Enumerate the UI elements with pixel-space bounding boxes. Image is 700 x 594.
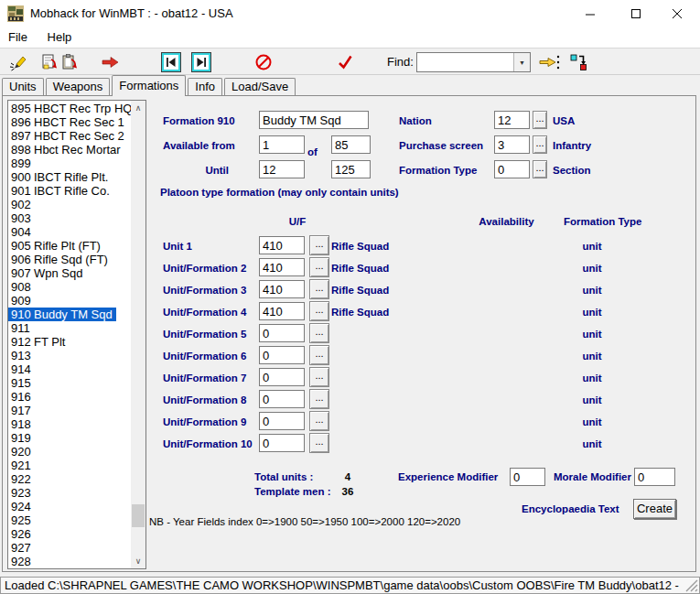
list-item[interactable]: 908: [8, 280, 130, 294]
list-item[interactable]: 904: [8, 225, 130, 239]
unit-id-input[interactable]: [259, 302, 305, 320]
menu-help[interactable]: Help: [39, 27, 81, 48]
paste-icon[interactable]: [60, 53, 79, 71]
previous-item-icon[interactable]: [161, 52, 181, 72]
tab-info[interactable]: Info: [188, 78, 222, 95]
list-item[interactable]: 914: [8, 362, 130, 376]
next-item-icon[interactable]: [191, 52, 211, 72]
list-item[interactable]: 911: [8, 321, 130, 335]
goto-hand-icon[interactable]: [539, 53, 561, 71]
find-combobox[interactable]: ▼: [416, 52, 531, 72]
list-item[interactable]: 897HBCT Rec Sec 2: [8, 129, 130, 143]
list-item[interactable]: 909: [8, 294, 130, 308]
minimize-button[interactable]: [569, 0, 611, 27]
scroll-down-icon[interactable]: ∨: [131, 554, 145, 568]
unit-id-input[interactable]: [259, 324, 305, 342]
formation-type-input[interactable]: [494, 160, 530, 178]
list-item[interactable]: 898Hbct Rec Mortar: [8, 143, 130, 157]
list-item[interactable]: 910Buddy TM Sqd: [8, 308, 130, 321]
unit-browse-button[interactable]: ...: [309, 389, 329, 409]
list-item[interactable]: 926: [8, 527, 130, 541]
list-item[interactable]: 924: [8, 500, 130, 513]
apply-check-icon[interactable]: [336, 53, 354, 71]
formation-listbox[interactable]: 895HBCT Rec Trp HQ896HBCT Rec Sec 1897HB…: [7, 100, 146, 569]
available-from-input[interactable]: [259, 135, 305, 154]
list-item[interactable]: 912FT Plt: [8, 335, 130, 349]
morale-modifier-input[interactable]: [634, 468, 675, 486]
unit-id-input[interactable]: [259, 368, 305, 386]
unit-id-input[interactable]: [259, 236, 305, 254]
title-bar: Mobhack for WinMBT : - obat12 - USA: [0, 0, 700, 27]
close-button[interactable]: [656, 0, 698, 27]
list-item[interactable]: 906Rifle Sqd (FT): [8, 253, 130, 266]
unit-browse-button[interactable]: ...: [309, 323, 329, 343]
unit-browse-button[interactable]: ...: [309, 279, 329, 299]
unit-id-input[interactable]: [259, 280, 305, 298]
find-input[interactable]: [418, 54, 515, 70]
list-item[interactable]: 927: [8, 541, 130, 555]
formation-type-browse-button[interactable]: ...: [533, 160, 547, 178]
tab-weapons[interactable]: Weapons: [46, 78, 111, 95]
scroll-up-icon[interactable]: ∧: [131, 101, 145, 115]
nation-browse-button[interactable]: ...: [533, 111, 547, 129]
experience-modifier-input[interactable]: [510, 468, 545, 486]
until-input[interactable]: [259, 160, 305, 178]
resize-grip-icon[interactable]: [685, 579, 698, 592]
unit-id-input[interactable]: [259, 434, 305, 452]
unit-browse-button[interactable]: ...: [309, 235, 329, 255]
tab-formations[interactable]: Formations: [112, 75, 186, 96]
purchase-screen-input[interactable]: [494, 135, 530, 154]
until-end-input[interactable]: [331, 160, 371, 178]
list-item[interactable]: 928: [8, 555, 130, 568]
formation-name-input[interactable]: [259, 111, 369, 129]
create-button[interactable]: Create: [633, 499, 676, 519]
unit-id-input[interactable]: [259, 412, 305, 430]
list-item[interactable]: 919: [8, 431, 130, 445]
unit-id-input[interactable]: [259, 346, 305, 364]
edit-icon[interactable]: [9, 53, 27, 71]
list-item[interactable]: 915: [8, 376, 130, 390]
list-item[interactable]: 925: [8, 513, 130, 527]
list-scrollbar[interactable]: ∧ ∨: [131, 101, 145, 568]
tab-units[interactable]: Units: [2, 78, 44, 95]
list-item[interactable]: 923: [8, 486, 130, 500]
copy-icon[interactable]: [40, 53, 59, 71]
unit-id-input[interactable]: [259, 390, 305, 408]
list-item[interactable]: 899: [8, 157, 130, 170]
nation-input[interactable]: [494, 111, 530, 129]
scrollbar-thumb[interactable]: [132, 504, 145, 527]
purchase-browse-button[interactable]: ...: [533, 135, 547, 154]
find-dropdown-button[interactable]: ▼: [513, 53, 530, 71]
list-item[interactable]: 907Wpn Sqd: [8, 266, 130, 280]
unit-browse-button[interactable]: ...: [309, 257, 329, 277]
list-item[interactable]: 905Rifle Plt (FT): [8, 239, 130, 253]
list-item[interactable]: 916: [8, 390, 130, 404]
list-item[interactable]: 921: [8, 459, 130, 472]
available-from-end-input[interactable]: [331, 135, 371, 154]
unit-browse-button[interactable]: ...: [309, 367, 329, 387]
formation-type-label: Formation Type: [399, 165, 477, 176]
tab-load-save[interactable]: Load/Save: [224, 78, 296, 95]
unit-browse-button[interactable]: ...: [309, 301, 329, 321]
list-item[interactable]: 917: [8, 404, 130, 417]
list-item[interactable]: 902: [8, 198, 130, 211]
list-item[interactable]: 918: [8, 417, 130, 431]
forward-arrow-icon[interactable]: [102, 53, 120, 71]
list-item[interactable]: 913: [8, 349, 130, 362]
unit-browse-button[interactable]: ...: [309, 433, 329, 453]
list-item[interactable]: 920: [8, 445, 130, 459]
list-item[interactable]: 901IBCT Rifle Co.: [8, 184, 130, 198]
list-item[interactable]: 895HBCT Rec Trp HQ: [8, 102, 130, 115]
unit-id-input[interactable]: [259, 258, 305, 276]
menu-file[interactable]: File: [0, 27, 36, 48]
list-item[interactable]: 903: [8, 211, 130, 225]
unit-browse-button[interactable]: ...: [309, 411, 329, 431]
list-item[interactable]: 900IBCT Rifle Plt.: [8, 170, 130, 184]
cancel-icon[interactable]: [254, 53, 273, 71]
transfer-icon[interactable]: [569, 53, 587, 71]
list-item[interactable]: 896HBCT Rec Sec 1: [8, 115, 130, 129]
list-item[interactable]: 922: [8, 472, 130, 486]
maximize-button[interactable]: [615, 0, 657, 27]
formation-name: HBCT Rec Trp HQ: [34, 102, 132, 115]
unit-browse-button[interactable]: ...: [309, 345, 329, 365]
